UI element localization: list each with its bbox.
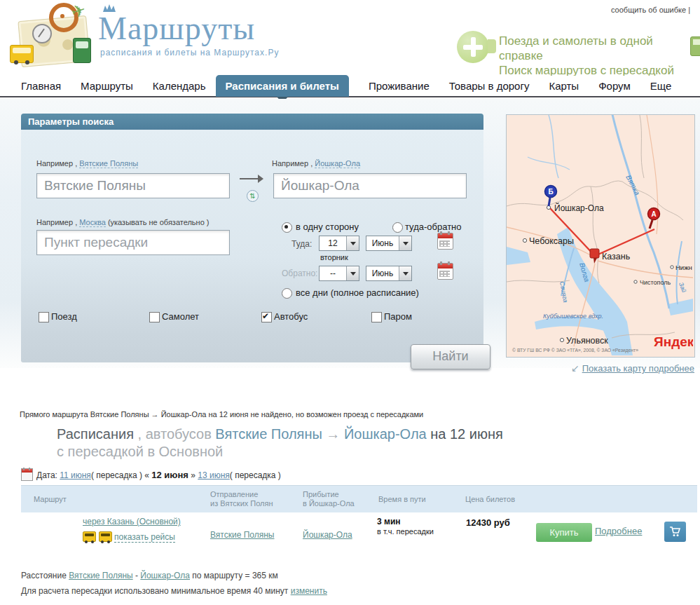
show-map-more-link[interactable]: Показать карту подробнее	[582, 363, 694, 374]
to-input[interactable]	[273, 173, 467, 198]
nav-item-karty[interactable]: Карты	[549, 80, 579, 92]
nav-item-raspisaniya-active[interactable]: Расписания и билеты	[216, 75, 349, 97]
train-label: Поезд	[51, 311, 77, 322]
via-example-link[interactable]: Москва	[79, 218, 106, 227]
search-form-title: Параметры поиска	[21, 114, 483, 130]
map[interactable]: Б А Йошкар-Ола Чебоксары Казань Чистопол…	[506, 114, 695, 358]
nav-item-glavnaya[interactable]: Главная	[21, 80, 61, 92]
nav-item-prozhivanie[interactable]: Проживание	[369, 80, 430, 92]
duration-value: 3 мин	[377, 517, 401, 526]
via-example-prefix: Например ,	[36, 218, 77, 226]
map-label-cheboksary: Чебоксары	[529, 236, 574, 246]
heading-to-link[interactable]: Йошкар-Ола	[344, 426, 427, 442]
heading-from-link[interactable]: Вятские Поляны	[215, 426, 322, 442]
col-price: Цена билетов	[465, 495, 515, 504]
show-flights-link[interactable]: показать рейсы	[114, 532, 175, 543]
to-example-prefix: Например ,	[272, 159, 313, 168]
departure-city-link[interactable]: Вятские Поляны	[210, 530, 274, 540]
col-arrival: Прибытие в Йошкар-Ола	[303, 490, 355, 508]
swap-cities-icon[interactable]: ⇅	[247, 190, 259, 202]
distance-suffix: по маршруту = 365 км	[190, 571, 278, 580]
bus-checkbox[interactable]	[261, 312, 272, 322]
logo-title[interactable]: Маршруты	[98, 10, 255, 47]
depart-day-select[interactable]: 12	[319, 236, 359, 251]
results-heading: Расписания , автобусов Вятские Поляны → …	[57, 426, 561, 461]
map-label-ulyanovsk: Ульяновск	[566, 336, 608, 346]
plane-checkbox[interactable]	[149, 312, 160, 322]
arrival-city-link[interactable]: Йошкар-Ола	[303, 530, 352, 540]
distance-separator: -	[133, 571, 141, 580]
search-form-body: Например , Вятские Поляны ⇅ Например , Й…	[21, 130, 483, 362]
results-table-header: Маршрут Отправление из Вятских Полян При…	[21, 485, 697, 512]
right-chevron[interactable]: »	[191, 470, 195, 480]
col-route: Маршрут	[34, 495, 67, 504]
date-calendar-icon	[21, 468, 33, 481]
prev-date-link[interactable]: 11 июня	[60, 470, 91, 480]
from-example-link[interactable]: Вятские Поляны	[79, 159, 138, 168]
heading-arrow: →	[322, 426, 344, 442]
nav-item-tovary[interactable]: Товары в дорогу	[449, 80, 530, 92]
from-example: Например , Вятские Поляны	[36, 159, 138, 168]
report-error-link[interactable]: сообщить об ошибке |	[611, 6, 690, 14]
round-trip-label: туда-обратно	[405, 222, 462, 232]
ferry-checkbox[interactable]	[371, 312, 382, 322]
nav-item-esche[interactable]: Еще	[650, 80, 672, 92]
promo-side-icon	[690, 36, 700, 56]
return-label: Обратно:	[282, 268, 317, 278]
no-direct-route-notice: Прямого маршрута Вятские Поляны → Йошкар…	[20, 410, 423, 419]
map-marker-a-label: А	[651, 210, 656, 218]
prev-date-note: ( пересадка )	[91, 470, 142, 480]
duration-note: в т.ч. пересадки	[377, 527, 434, 536]
transfer-note-line: Для расчета пересадки использовано миним…	[21, 586, 327, 596]
bus-icon	[99, 531, 112, 542]
logo-subtitle: расписания и билеты на Маршрутах.Ру	[100, 48, 279, 57]
return-month-value: Июнь	[366, 268, 399, 278]
route-link[interactable]: через Казань (Основной)	[83, 517, 181, 526]
return-month-select[interactable]: Июнь	[366, 266, 412, 281]
one-way-radio[interactable]	[282, 222, 292, 233]
distance-to-link[interactable]: Йошкар-Ола	[140, 571, 190, 580]
col-arrival-l1: Прибытие	[303, 490, 355, 499]
map-copyright: © ВТУ ГШ ВС РФ © ЗАО «ТГА», 2008, © ЗАО …	[512, 348, 638, 353]
distance-line: Расстояние Вятские Поляны - Йошкар-Ола п…	[21, 571, 278, 580]
train-checkbox[interactable]	[39, 312, 49, 322]
nav-item-kalendar[interactable]: Календарь	[153, 80, 206, 92]
via-input[interactable]	[36, 230, 230, 255]
promo-line1: Поезда и самолеты в одной справке	[499, 34, 700, 63]
change-link[interactable]: изменить	[291, 586, 327, 596]
dropdown-arrow-icon	[346, 266, 359, 280]
search-form-panel: Параметры поиска Например , Вятские Поля…	[21, 114, 483, 362]
col-duration: Время в пути	[378, 495, 426, 504]
cart-button[interactable]	[664, 522, 686, 542]
next-date-link[interactable]: 13 июня	[198, 470, 230, 480]
to-example-link[interactable]: Йошкар-Ола	[315, 159, 360, 168]
heading-part3: на 12 июня	[427, 426, 503, 442]
return-calendar-icon[interactable]	[437, 263, 453, 280]
depart-month-select[interactable]: Июнь	[366, 236, 412, 251]
distance-from-link[interactable]: Вятские Поляны	[69, 571, 132, 580]
nav-item-forum[interactable]: Форум	[598, 80, 631, 92]
main-nav: Главная Маршруты Календарь Расписания и …	[0, 76, 700, 97]
from-input[interactable]	[36, 173, 230, 198]
show-map-more: ↙Показать карту подробнее	[571, 362, 694, 374]
date-navigation: Дата: 11 июня( пересадка ) « 12 июня » 1…	[36, 470, 281, 480]
round-trip-radio[interactable]	[392, 222, 403, 233]
dropdown-arrow-icon	[399, 236, 411, 250]
via-example: Например , Москва (указывать не обязател…	[36, 218, 210, 226]
left-chevron[interactable]: «	[144, 470, 149, 480]
return-day-select[interactable]: --	[319, 266, 359, 281]
find-button[interactable]: Найти	[411, 344, 490, 369]
nav-item-marshruty[interactable]: Маршруты	[81, 80, 133, 92]
nav-active-label: Расписания и билеты	[226, 80, 339, 92]
map-label-nizhn: Нижн	[675, 264, 692, 271]
from-example-prefix: Например ,	[36, 159, 77, 168]
depart-calendar-icon[interactable]	[437, 233, 453, 250]
yandex-logo: Яндекс	[654, 334, 693, 349]
dropdown-arrow-icon	[346, 236, 359, 250]
heading-part1: Расписания	[57, 426, 134, 442]
return-day-value: --	[320, 268, 346, 278]
buy-button[interactable]: Купить	[536, 523, 592, 542]
details-link[interactable]: Подробнее	[595, 526, 642, 536]
all-days-radio[interactable]	[282, 288, 292, 299]
plane-label: Самолет	[162, 311, 199, 322]
